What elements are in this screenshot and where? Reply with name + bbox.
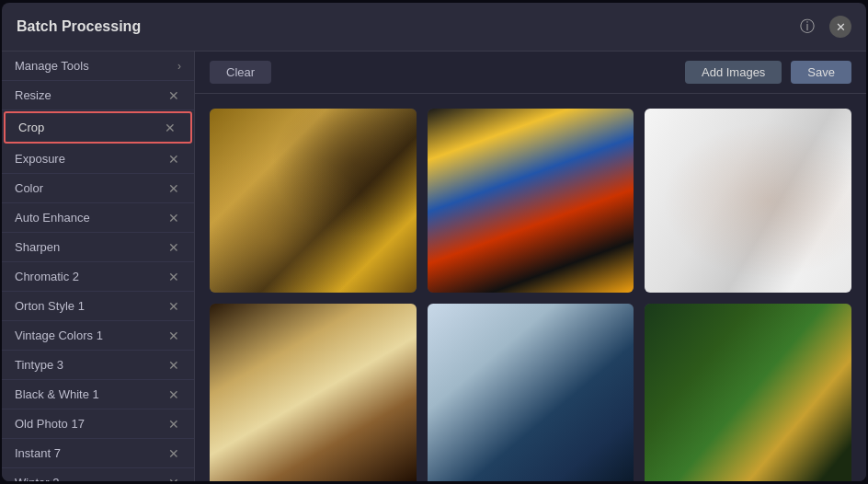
sidebar-item-sharpen[interactable]: Sharpen ✕ <box>2 233 194 262</box>
remove-icon: ✕ <box>168 387 179 402</box>
toolbar: Clear Add Images Save <box>195 52 866 94</box>
remove-icon: ✕ <box>168 328 179 343</box>
image-grid <box>195 94 866 481</box>
sidebar-item-vintage-colors-1[interactable]: Vintage Colors 1 ✕ <box>2 321 194 351</box>
modal-title: Batch Processing <box>17 18 141 35</box>
arrow-right-icon: › <box>177 60 181 73</box>
remove-icon: ✕ <box>168 181 179 196</box>
sidebar-item-label-chromatic-2: Chromatic 2 <box>15 270 79 283</box>
sidebar-item-label-winter-2: Winter 2 <box>15 476 59 481</box>
image-thumbnail-3 <box>645 109 851 293</box>
remove-winter-2-button[interactable]: ✕ <box>166 477 181 482</box>
remove-icon: ✕ <box>168 446 179 461</box>
sidebar: Manage Tools › Resize ✕ Crop <box>2 52 195 481</box>
image-cell-6[interactable] <box>645 304 851 481</box>
sidebar-item-manage-tools[interactable]: Manage Tools › <box>2 52 194 81</box>
sidebar-item-label-orton-style-1: Orton Style 1 <box>15 299 85 313</box>
sidebar-item-label-vintage-colors-1: Vintage Colors 1 <box>15 328 103 342</box>
remove-sharpen-button[interactable]: ✕ <box>166 241 181 254</box>
remove-icon: ✕ <box>168 88 179 103</box>
sidebar-item-crop[interactable]: Crop ✕ <box>4 111 192 144</box>
remove-icon: ✕ <box>168 240 179 255</box>
image-cell-2[interactable] <box>428 109 634 293</box>
image-thumbnail-1 <box>210 109 417 293</box>
clear-button[interactable]: Clear <box>210 61 271 84</box>
remove-icon: ✕ <box>168 299 179 314</box>
header-icons: ⓘ ✕ <box>794 14 851 40</box>
sidebar-item-exposure[interactable]: Exposure ✕ <box>2 144 194 174</box>
sidebar-item-black-white-1[interactable]: Black & White 1 ✕ <box>2 380 194 409</box>
info-icon: ⓘ <box>800 17 815 37</box>
remove-icon: ✕ <box>168 417 179 432</box>
remove-icon: ✕ <box>165 121 176 135</box>
sidebar-item-label-exposure: Exposure <box>15 152 65 166</box>
sidebar-item-winter-2[interactable]: Winter 2 ✕ <box>2 468 194 481</box>
sidebar-item-auto-enhance[interactable]: Auto Enhance ✕ <box>2 203 194 233</box>
remove-tintype-3-button[interactable]: ✕ <box>166 359 181 372</box>
info-button[interactable]: ⓘ <box>794 14 820 40</box>
sidebar-item-label-crop: Crop <box>18 121 44 134</box>
sidebar-item-label-old-photo-17: Old Photo 17 <box>15 417 85 431</box>
remove-vintage-colors-1-button[interactable]: ✕ <box>166 329 181 342</box>
image-thumbnail-4 <box>210 304 417 481</box>
remove-orton-style-1-button[interactable]: ✕ <box>166 300 181 313</box>
remove-icon: ✕ <box>168 358 179 373</box>
sidebar-item-color[interactable]: Color ✕ <box>2 174 194 203</box>
batch-processing-modal: Batch Processing ⓘ ✕ Manage Tools › <box>2 3 866 481</box>
add-images-button[interactable]: Add Images <box>685 61 782 84</box>
sidebar-item-label-sharpen: Sharpen <box>15 240 60 254</box>
image-cell-3[interactable] <box>645 109 851 293</box>
modal-overlay: Batch Processing ⓘ ✕ Manage Tools › <box>0 0 868 484</box>
remove-black-white-1-button[interactable]: ✕ <box>166 388 181 401</box>
content-area: Clear Add Images Save <box>195 52 866 481</box>
sidebar-item-label-color: Color <box>15 181 43 195</box>
remove-exposure-button[interactable]: ✕ <box>166 153 181 166</box>
image-thumbnail-2 <box>428 109 634 293</box>
image-cell-1[interactable] <box>210 109 417 293</box>
sidebar-item-old-photo-17[interactable]: Old Photo 17 ✕ <box>2 409 194 439</box>
image-cell-5[interactable] <box>428 304 634 481</box>
sidebar-item-orton-style-1[interactable]: Orton Style 1 ✕ <box>2 292 194 321</box>
sidebar-item-instant-7[interactable]: Instant 7 ✕ <box>2 439 194 468</box>
remove-chromatic-2-button[interactable]: ✕ <box>166 271 181 283</box>
sidebar-item-label-instant-7: Instant 7 <box>15 446 61 460</box>
sidebar-item-tintype-3[interactable]: Tintype 3 ✕ <box>2 351 194 380</box>
modal-header: Batch Processing ⓘ ✕ <box>2 3 866 52</box>
image-thumbnail-5 <box>428 304 634 481</box>
remove-icon: ✕ <box>168 152 179 167</box>
image-cell-4[interactable] <box>210 304 417 481</box>
manage-tools-label: Manage Tools <box>15 59 89 73</box>
save-button[interactable]: Save <box>791 61 851 84</box>
sidebar-item-chromatic-2[interactable]: Chromatic 2 ✕ <box>2 262 194 292</box>
modal-body: Manage Tools › Resize ✕ Crop <box>2 52 866 481</box>
sidebar-item-resize[interactable]: Resize ✕ <box>2 81 194 110</box>
close-button[interactable]: ✕ <box>829 16 851 38</box>
sidebar-item-label-tintype-3: Tintype 3 <box>15 358 63 372</box>
remove-resize-button[interactable]: ✕ <box>166 89 181 102</box>
remove-old-photo-17-button[interactable]: ✕ <box>166 418 181 431</box>
close-icon: ✕ <box>836 20 846 34</box>
remove-instant-7-button[interactable]: ✕ <box>166 447 181 460</box>
remove-icon: ✕ <box>168 270 179 284</box>
image-thumbnail-6 <box>645 304 851 481</box>
remove-color-button[interactable]: ✕ <box>166 182 181 195</box>
remove-icon: ✕ <box>168 476 179 482</box>
remove-auto-enhance-button[interactable]: ✕ <box>166 212 181 225</box>
sidebar-item-label-resize: Resize <box>15 88 51 102</box>
remove-icon: ✕ <box>168 211 179 225</box>
remove-crop-button[interactable]: ✕ <box>163 121 177 134</box>
sidebar-item-label-auto-enhance: Auto Enhance <box>15 211 90 225</box>
sidebar-item-label-black-white-1: Black & White 1 <box>15 387 99 401</box>
